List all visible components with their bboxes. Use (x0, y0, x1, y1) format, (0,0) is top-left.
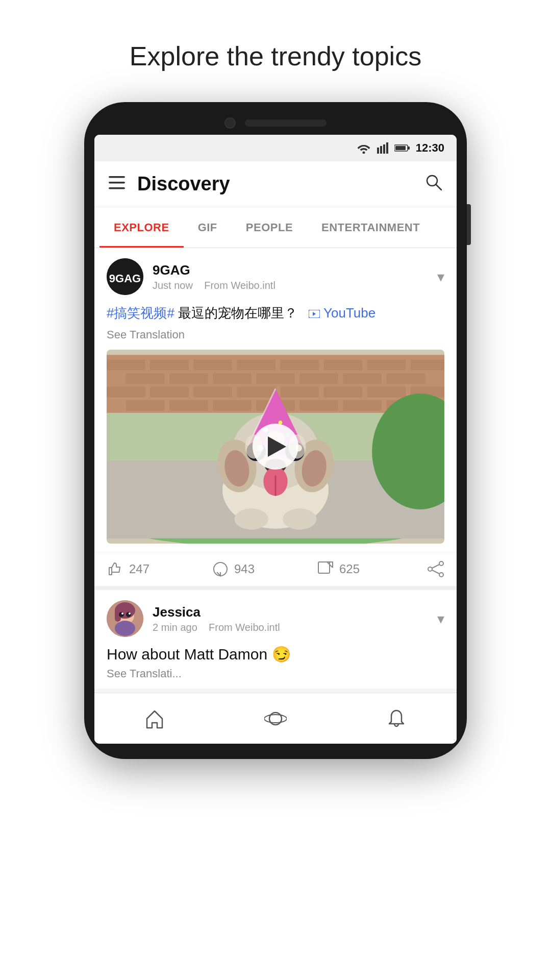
comment-count: 943 (234, 562, 255, 576)
post-card-2: Jessica 2 min ago From Weibo.intl ▾ How … (94, 590, 457, 689)
phone-screen: 12:30 Discovery EXPLORE GIF (94, 135, 457, 744)
nav-discover[interactable] (215, 693, 336, 744)
speaker-grille (245, 119, 327, 127)
svg-rect-31 (299, 373, 338, 384)
svg-marker-16 (313, 312, 316, 316)
repost-action[interactable]: 625 (317, 560, 422, 578)
post-subtitle: Just now From Weibo.intl (153, 280, 437, 291)
svg-rect-26 (411, 360, 444, 371)
camera-dot (224, 117, 236, 129)
action-bar: 247 943 (94, 552, 457, 586)
post-header: 9GAG 9GAG Just now From Weibo.intl ▾ (94, 248, 457, 303)
svg-point-80 (439, 561, 443, 566)
svg-rect-29 (213, 373, 252, 384)
svg-rect-30 (256, 373, 295, 384)
svg-line-12 (436, 184, 442, 190)
svg-rect-34 (107, 387, 145, 398)
status-time: 12:30 (416, 141, 444, 155)
svg-point-87 (115, 621, 135, 636)
video-icon (309, 310, 320, 318)
svg-point-76 (283, 508, 316, 530)
svg-point-75 (235, 508, 268, 530)
phone-shell: 12:30 Discovery EXPLORE GIF (84, 102, 467, 759)
svg-rect-32 (343, 373, 382, 384)
like-icon (107, 560, 124, 578)
home-icon (144, 708, 165, 729)
svg-rect-7 (395, 146, 406, 150)
svg-rect-1 (377, 148, 379, 154)
post-author: 9GAG (153, 262, 437, 278)
youtube-link[interactable]: YouTube (323, 305, 375, 321)
tab-entertainment[interactable]: ENTERTAINMENT (307, 207, 434, 248)
post-body: #搞笑视频# 最逗的宠物在哪里？ YouTube See Translation (94, 303, 457, 350)
bottom-nav (94, 693, 457, 744)
repost-count: 625 (339, 562, 360, 576)
play-button[interactable] (253, 424, 298, 470)
svg-rect-35 (150, 387, 189, 398)
avatar-jessica (107, 600, 143, 637)
phone-top-bar (94, 117, 457, 129)
post-body-2: How about Matt Damon 😏 See Translati... (94, 645, 457, 689)
svg-rect-8 (109, 176, 125, 178)
svg-line-84 (432, 570, 439, 574)
post-meta: 9GAG Just now From Weibo.intl (153, 262, 437, 291)
like-count: 247 (129, 562, 149, 576)
svg-point-91 (126, 612, 131, 617)
svg-point-90 (119, 612, 124, 617)
svg-text:9GAG: 9GAG (109, 272, 141, 285)
app-header: Discovery (94, 161, 457, 207)
chevron-down-icon-2[interactable]: ▾ (437, 610, 444, 627)
svg-rect-25 (367, 360, 406, 371)
svg-rect-21 (193, 360, 232, 371)
svg-rect-24 (324, 360, 363, 371)
post-header-2: Jessica 2 min ago From Weibo.intl ▾ (94, 590, 457, 645)
svg-rect-47 (343, 400, 382, 411)
share-action[interactable] (422, 560, 444, 578)
svg-rect-42 (126, 400, 165, 411)
discover-icon (264, 707, 287, 730)
svg-rect-9 (109, 182, 125, 184)
search-icon[interactable] (425, 174, 442, 195)
tab-people[interactable]: PEOPLE (232, 207, 307, 248)
feed: 9GAG 9GAG Just now From Weibo.intl ▾ (94, 248, 457, 689)
hashtag-link[interactable]: #搞笑视频# (107, 305, 174, 321)
svg-rect-3 (383, 144, 385, 154)
svg-rect-19 (107, 360, 145, 371)
menu-icon[interactable] (109, 176, 125, 192)
svg-point-81 (428, 567, 432, 571)
svg-rect-20 (150, 360, 189, 371)
svg-rect-10 (109, 187, 125, 189)
comment-action[interactable]: 943 (212, 560, 317, 578)
svg-rect-38 (280, 387, 319, 398)
nav-notifications[interactable] (336, 693, 457, 744)
signal-icon (377, 142, 388, 154)
tab-explore[interactable]: EXPLORE (99, 207, 184, 248)
avatar: 9GAG (107, 258, 143, 295)
post-meta-2: Jessica 2 min ago From Weibo.intl (153, 604, 437, 633)
video-container[interactable] (107, 350, 444, 544)
svg-rect-44 (213, 400, 252, 411)
svg-rect-23 (280, 360, 319, 371)
svg-rect-4 (386, 142, 388, 154)
svg-rect-22 (237, 360, 276, 371)
svg-rect-36 (193, 387, 232, 398)
nav-home[interactable] (94, 693, 215, 744)
svg-point-0 (362, 152, 365, 154)
post-text-main: How about Matt Damon 😏 (107, 645, 444, 663)
svg-rect-43 (169, 400, 208, 411)
see-translation[interactable]: See Translation (107, 328, 444, 341)
svg-rect-46 (299, 400, 338, 411)
see-translation-2[interactable]: See Translati... (107, 667, 444, 680)
play-triangle-icon (268, 436, 286, 457)
comment-icon (212, 560, 229, 578)
svg-rect-37 (237, 387, 276, 398)
like-action[interactable]: 247 (107, 560, 212, 578)
svg-rect-28 (169, 373, 208, 384)
share-icon (427, 560, 444, 578)
side-button (467, 204, 471, 245)
post-emoji: 😏 (272, 646, 291, 663)
tab-gif[interactable]: GIF (184, 207, 232, 248)
svg-rect-27 (126, 373, 165, 384)
svg-point-93 (129, 612, 131, 615)
chevron-down-icon[interactable]: ▾ (437, 268, 444, 285)
